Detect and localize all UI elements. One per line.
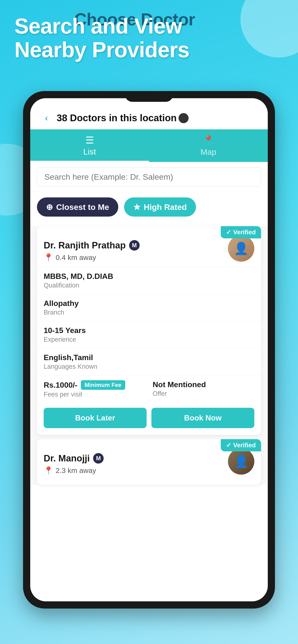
offer-label: Offer <box>153 390 254 398</box>
pin-icon-2: 📍 <box>44 466 53 475</box>
doctor2-info-main: Dr. Manojji M 📍 2.3 km away <box>44 446 228 475</box>
distance-value: 0.4 km away <box>56 254 96 262</box>
doctor2-badge: M <box>93 453 104 464</box>
book-now-button[interactable]: Book Now <box>152 408 254 428</box>
back-button[interactable]: ‹ <box>40 112 53 124</box>
high-rated-button[interactable]: ★ High Rated <box>124 198 196 216</box>
tab-map-label: Map <box>200 147 216 157</box>
qualification-label: Qualification <box>44 282 254 289</box>
verified-badge: ✓ Verified <box>221 226 261 238</box>
verified-check-icon-2: ✓ <box>226 442 231 449</box>
branch-label: Branch <box>44 309 254 316</box>
phone-inner: ‹ 38 Doctors in this location ☰ List 📍 M… <box>30 98 268 601</box>
qualification-row: MBBS, MD, D.DIAB Qualification <box>37 267 261 294</box>
verified-check-icon: ✓ <box>226 228 231 236</box>
doctor2-avatar: 👤 <box>228 448 254 474</box>
qualification-value: MBBS, MD, D.DIAB <box>44 272 254 281</box>
phone-notch <box>125 91 173 102</box>
search-input[interactable] <box>37 167 261 187</box>
crosshair-icon: ⊕ <box>46 202 53 212</box>
star-icon: ★ <box>133 202 140 212</box>
experience-value: 10-15 Years <box>44 326 254 335</box>
verified-badge-2: ✓ Verified <box>221 439 261 452</box>
doctors-list: ✓ Verified Dr. Ranjith Prathap M 📍 0.4 k… <box>30 226 268 485</box>
filter-row: ⊕ Closest to Me ★ High Rated <box>30 192 268 222</box>
fee-row: Rs.1000/- Minimum Fee Fees per visit Not… <box>37 375 261 403</box>
avatar-image: 👤 <box>234 242 249 256</box>
doctor-name-row: Dr. Ranjith Prathap M <box>44 240 228 250</box>
offer-value: Not Mentioned <box>153 380 254 389</box>
min-fee-badge: Minimum Fee <box>81 380 125 390</box>
doctor-name: Dr. Ranjith Prathap <box>44 240 126 250</box>
location-text: in this location <box>109 112 177 123</box>
book-later-button[interactable]: Book Later <box>44 408 146 428</box>
verified-label: Verified <box>233 228 256 236</box>
list-icon: ☰ <box>85 135 94 146</box>
experience-row: 10-15 Years Experience <box>37 321 261 348</box>
doctors-count: 38 Doctors <box>57 112 106 123</box>
closest-label: Closest to Me <box>56 202 109 212</box>
doctor2-name: Dr. Manojji <box>44 453 90 464</box>
fee-label: Fees per visit <box>44 391 145 398</box>
fee-value-row: Rs.1000/- Minimum Fee <box>44 380 145 390</box>
fee-right: Not Mentioned Offer <box>153 380 254 398</box>
hero-title: Search and View Nearby Providers <box>14 14 189 62</box>
tab-list[interactable]: ☰ List <box>30 130 149 162</box>
doctor-avatar: 👤 <box>228 235 254 262</box>
hero-title-line2: Nearby Providers <box>14 38 189 62</box>
tab-list-label: List <box>83 147 96 156</box>
top-bar: ‹ 38 Doctors in this location <box>30 98 268 130</box>
distance-value-2: 2.3 km away <box>56 466 96 474</box>
doctor-distance: 📍 0.4 km away <box>44 253 228 262</box>
doctor-info-main: Dr. Ranjith Prathap M 📍 0.4 km away <box>44 233 228 262</box>
hero-title-line1: Search and View <box>14 14 182 38</box>
pin-icon: 📍 <box>44 253 53 262</box>
doctor-badge: M <box>129 240 140 250</box>
branch-value: Allopathy <box>44 299 254 308</box>
tab-map[interactable]: 📍 Map <box>149 130 268 162</box>
high-rated-label: High Rated <box>144 202 187 212</box>
fee-value: Rs.1000/- <box>44 381 77 390</box>
fee-left: Rs.1000/- Minimum Fee Fees per visit <box>44 380 145 398</box>
closest-to-me-button[interactable]: ⊕ Closest to Me <box>37 198 118 216</box>
location-title: 38 Doctors in this location <box>57 112 177 124</box>
experience-label: Experience <box>44 336 254 343</box>
search-bar <box>30 162 268 192</box>
languages-value: English,Tamil <box>44 353 254 362</box>
book-buttons: Book Later Book Now <box>37 403 261 435</box>
doctor-card[interactable]: ✓ Verified Dr. Ranjith Prathap M 📍 0.4 k… <box>37 226 261 435</box>
branch-row: Allopathy Branch <box>37 294 261 321</box>
verified-label-2: Verified <box>233 442 256 449</box>
tab-bar: ☰ List 📍 Map <box>30 130 268 162</box>
avatar2-image: 👤 <box>234 454 249 468</box>
hero-header: Search and View Nearby Providers <box>14 14 189 62</box>
location-dot <box>179 113 189 123</box>
doctor2-distance: 📍 2.3 km away <box>44 466 228 475</box>
doctor-card-2[interactable]: ✓ Verified Dr. Manojji M 📍 2.3 km away <box>37 439 261 485</box>
doctor2-name-row: Dr. Manojji M <box>44 453 228 464</box>
map-icon: 📍 <box>203 135 215 146</box>
phone-mockup: ‹ 38 Doctors in this location ☰ List 📍 M… <box>23 91 275 608</box>
languages-row: English,Tamil Languages Known <box>37 348 261 375</box>
app-content: ‹ 38 Doctors in this location ☰ List 📍 M… <box>30 98 268 601</box>
languages-label: Languages Known <box>44 363 254 370</box>
bg-circle-top-right <box>240 0 298 58</box>
